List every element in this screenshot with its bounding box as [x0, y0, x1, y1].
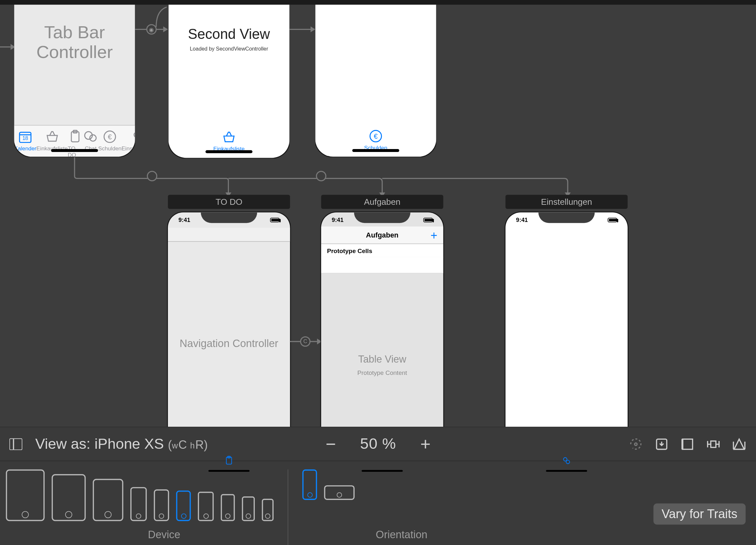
segue-to-bottom-row — [73, 157, 572, 201]
tab-todo[interactable]: TO DO — [68, 129, 83, 157]
embed-in-icon[interactable] — [654, 436, 669, 451]
clipboard-icon — [224, 455, 234, 466]
tabbar-controller-title: Tab Bar Controller — [14, 22, 135, 62]
euro-icon: € — [102, 129, 117, 144]
svg-text:C: C — [303, 338, 307, 344]
svg-marker-43 — [734, 439, 744, 449]
pin-constraints-icon[interactable] — [706, 436, 721, 451]
tab-schulden[interactable]: € Schulden — [98, 129, 122, 157]
device-iphone-8plus[interactable] — [198, 492, 214, 521]
resolve-issues-icon[interactable] — [732, 436, 747, 451]
tab-chat[interactable]: Chat — [83, 129, 98, 157]
nav-controller-title: Navigation Controller — [168, 338, 290, 350]
orientation-caption: Orientation — [376, 529, 427, 541]
device-configuration-bar: View as: iPhone XS (wC hR) − 50 % + — [0, 427, 756, 545]
scene-title-einstellungen: Einstellungen — [505, 195, 628, 209]
zoom-value: 50 % — [360, 435, 396, 453]
second-view-title: Second View — [169, 26, 289, 42]
toggle-panel-icon[interactable] — [9, 438, 22, 450]
device-ipad-11[interactable] — [52, 474, 86, 521]
calendar-icon: 18 — [18, 129, 33, 144]
prototype-cell[interactable] — [321, 257, 443, 273]
device-iphone-8[interactable] — [221, 494, 235, 521]
svg-text:◉: ◉ — [149, 27, 154, 33]
tab-kalender[interactable]: 18 Kalender — [14, 129, 36, 157]
euro-icon: € — [368, 129, 383, 144]
svg-text:€: € — [108, 133, 112, 141]
battery-icon — [423, 218, 433, 222]
scene-second-view[interactable]: Second View Loaded by SecondViewControll… — [169, 5, 289, 158]
device-iphone-max[interactable] — [130, 487, 147, 521]
tab-einkaufsliste[interactable]: Einkaufsliste — [36, 129, 68, 157]
svg-marker-18 — [311, 26, 315, 32]
basket-icon — [221, 130, 237, 145]
device-ipad-9[interactable] — [93, 479, 123, 521]
tab-einstellungen[interactable]: Einstellungen — [122, 129, 135, 157]
orientation-portrait[interactable] — [302, 469, 317, 500]
device-iphone-xr[interactable] — [154, 489, 169, 521]
second-view-subtitle: Loaded by SecondViewController — [169, 46, 289, 52]
segue-upward-stub — [151, 5, 169, 27]
vary-for-traits-button[interactable]: Vary for Traits — [653, 504, 746, 525]
scene-schulden-blank[interactable]: € Schulden — [315, 5, 436, 157]
device-iphone-se[interactable] — [242, 496, 255, 521]
device-iphone-xs[interactable] — [176, 491, 191, 521]
svg-point-11 — [134, 132, 135, 137]
device-iphone-4s[interactable] — [262, 499, 274, 521]
table-view-title: Table View — [321, 354, 443, 365]
svg-point-14 — [147, 25, 156, 34]
gear-icon — [561, 455, 572, 466]
svg-point-33 — [566, 460, 570, 464]
refresh-icon[interactable] — [628, 436, 644, 451]
orientation-picker — [302, 469, 355, 500]
svg-marker-16 — [163, 26, 168, 32]
tab-einstellungen-single[interactable] — [549, 455, 584, 475]
battery-icon — [608, 218, 617, 222]
battery-icon — [270, 218, 279, 222]
status-time: 9:41 — [516, 217, 528, 234]
svg-point-21 — [148, 172, 157, 181]
segue-to-second-view: ◉ — [135, 20, 168, 38]
chat-icon — [83, 129, 98, 144]
tab-todo-single[interactable] — [211, 455, 247, 475]
device-caption: Device — [148, 529, 180, 541]
device-picker — [6, 469, 274, 521]
svg-text:18: 18 — [22, 136, 28, 141]
svg-text:€: € — [374, 132, 378, 140]
svg-point-29 — [301, 337, 310, 346]
align-icon[interactable] — [680, 436, 695, 451]
svg-rect-40 — [711, 441, 716, 447]
status-time: 9:41 — [332, 217, 343, 234]
scene-tabbar-controller[interactable]: Tab Bar Controller 18 Kalender Einkaufsl… — [14, 5, 135, 157]
zoom-out-button[interactable]: − — [321, 434, 340, 453]
svg-rect-36 — [682, 439, 692, 449]
gear-icon — [131, 129, 135, 144]
zoom-in-button[interactable]: + — [416, 434, 435, 453]
device-ipad-12[interactable] — [6, 469, 45, 521]
clipboard-icon — [68, 129, 83, 144]
segue-nav-to-table: C — [290, 334, 322, 348]
orientation-landscape[interactable] — [324, 485, 355, 500]
scene-title-todo: TO DO — [168, 195, 290, 209]
view-as-label[interactable]: View as: iPhone XS (wC hR) — [35, 435, 208, 453]
svg-point-34 — [634, 443, 637, 445]
scene-title-aufgaben: Aufgaben — [321, 195, 443, 209]
table-view-subtitle: Prototype Content — [321, 369, 443, 376]
prototype-cells-header: Prototype Cells — [321, 244, 443, 258]
svg-point-23 — [316, 172, 326, 181]
basket-icon — [44, 129, 60, 144]
tab-einkaufsliste-single[interactable]: Einkaufsliste — [206, 130, 253, 158]
status-time: 9:41 — [179, 217, 190, 234]
tab-schulden-single[interactable]: € Schulden — [352, 129, 399, 157]
initial-vc-arrow — [0, 40, 15, 54]
segue-stub-top-right — [289, 20, 315, 38]
